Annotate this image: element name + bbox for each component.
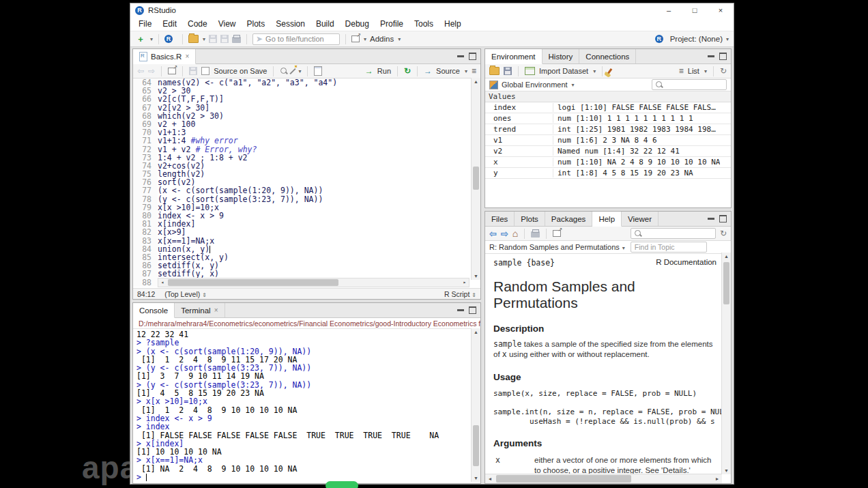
wand-dropdown-icon[interactable]: ▾ [298, 68, 301, 74]
environment-object-row[interactable]: index logi [1:10] FALSE FALSE FALSE FALS… [485, 102, 731, 113]
save-source-icon[interactable] [189, 67, 197, 75]
menu-tools[interactable]: Tools [409, 18, 439, 30]
addins-dropdown-icon[interactable]: ▾ [398, 36, 401, 42]
clear-objects-icon[interactable] [607, 68, 613, 74]
tab-basics-r[interactable]: Basics.R × [133, 49, 196, 64]
filetype-selector[interactable]: R Script ⇕ [444, 290, 476, 298]
menu-code[interactable]: Code [182, 18, 213, 30]
code-line[interactable]: 78(y <- c(sort(sample(3:23, 7)), NA)) [133, 195, 480, 203]
menu-edit[interactable]: Edit [157, 18, 182, 30]
tab-env-connections[interactable]: Connections [579, 49, 636, 63]
maximize-pane-icon[interactable] [469, 53, 476, 60]
popout-icon[interactable] [168, 68, 176, 74]
save-workspace-icon[interactable] [504, 67, 512, 75]
code-line[interactable]: 77(x <- c(sort(sample(1:20, 9)), NA)) [133, 186, 480, 195]
menu-file[interactable]: File [133, 18, 157, 30]
find-in-topic-input[interactable]: Find in Topic [631, 242, 707, 253]
search-icon[interactable] [280, 67, 288, 75]
code-line[interactable]: 87setdiff(y, x) [133, 270, 480, 278]
rerun-icon[interactable]: ↻ [404, 66, 411, 76]
goto-file-box[interactable]: ➤ Go to file/function [252, 33, 340, 45]
tab-close-icon[interactable]: × [185, 53, 189, 60]
menu-session[interactable]: Session [270, 18, 310, 30]
open-dropdown-icon[interactable]: ▾ [203, 36, 205, 42]
new-file-icon[interactable]: + [135, 33, 146, 44]
console-vscrollbar[interactable]: ▲ ▼ [471, 328, 480, 482]
open-folder-icon[interactable] [188, 35, 199, 43]
grid-icon[interactable] [351, 35, 360, 42]
environment-search-box[interactable] [652, 79, 727, 90]
run-button[interactable]: Run [377, 67, 391, 75]
code-line[interactable]: 66v2[c(T,F,F,T)] [133, 95, 480, 103]
import-dropdown-icon[interactable]: ▾ [593, 68, 596, 74]
environment-object-row[interactable]: v1 num [1:6] 2 3 NA 8 4 6 [485, 135, 731, 146]
help-hscrollbar[interactable]: ◂ ▸ [485, 474, 722, 483]
scroll-up-icon[interactable]: ▲ [722, 254, 731, 259]
maximize-pane-icon[interactable] [719, 215, 727, 223]
save-icon[interactable] [209, 35, 217, 43]
print-icon[interactable] [232, 37, 241, 43]
scroll-thumb[interactable] [473, 167, 479, 190]
compile-report-icon[interactable] [314, 66, 322, 76]
outline-icon[interactable]: ≡ [472, 66, 476, 76]
code-line[interactable]: 71v1+1:4 #why error [133, 137, 480, 145]
scroll-down-icon[interactable]: ▼ [472, 274, 480, 278]
scroll-left-icon[interactable]: ◂ [485, 476, 495, 482]
minimize-pane-icon[interactable] [457, 309, 464, 311]
save-all-icon[interactable] [220, 35, 229, 43]
load-workspace-icon[interactable] [489, 67, 500, 75]
scroll-left-icon[interactable]: ◂ [158, 278, 167, 287]
forward-icon[interactable]: ⇨ [501, 229, 508, 239]
source-dropdown-icon[interactable]: ▾ [465, 68, 467, 74]
scroll-right-icon[interactable]: ▸ [461, 278, 469, 287]
tab-console-console[interactable]: Console [133, 303, 175, 318]
maximize-pane-icon[interactable] [469, 306, 476, 314]
tab-help-help[interactable]: Help [592, 212, 622, 227]
forward-icon[interactable]: ⇨ [148, 66, 155, 76]
tab-env-environment[interactable]: Environment [485, 49, 542, 64]
popout-icon[interactable] [553, 230, 561, 237]
menu-debug[interactable]: Debug [340, 18, 375, 30]
scroll-down-icon[interactable]: ▼ [472, 476, 480, 480]
close-button[interactable]: × [708, 3, 734, 17]
scope-dropdown[interactable]: Global Environment [502, 81, 568, 89]
menu-help[interactable]: Help [439, 18, 467, 30]
scroll-thumb[interactable] [723, 262, 729, 304]
tab-help-plots[interactable]: Plots [515, 212, 545, 226]
maximize-pane-icon[interactable] [719, 53, 727, 60]
print-icon[interactable] [531, 231, 540, 238]
editor-hscrollbar[interactable]: ◂ ▸ [158, 278, 469, 287]
topic-dropdown[interactable]: R: Random Samples and Permutations ▾ [489, 243, 625, 251]
menu-build[interactable]: Build [310, 18, 340, 30]
console-output[interactable]: 12 22 32 41> ?sample> (x <- c(sort(sampl… [133, 329, 480, 481]
scroll-down-icon[interactable]: ▼ [722, 468, 731, 473]
help-vscrollbar[interactable]: ▲ ▼ [721, 253, 731, 474]
scroll-up-icon[interactable]: ▲ [472, 79, 480, 84]
environment-object-row[interactable]: ones num [1:10] 1 1 1 1 1 1 1 1 1 1 [485, 113, 731, 124]
addins-label[interactable]: Addins [370, 35, 394, 43]
import-dataset-button[interactable]: Import Dataset [539, 67, 588, 75]
new-project-icon[interactable]: R [164, 35, 173, 43]
refresh-icon[interactable]: ↻ [720, 66, 727, 76]
code-line[interactable]: 83x[x==1]=NA;x [133, 237, 480, 245]
list-dropdown-icon[interactable]: ▾ [704, 68, 707, 74]
list-view-button[interactable]: List [688, 67, 699, 75]
code-line[interactable]: 72v1 + v2 # Error, why? [133, 145, 480, 154]
scope-dropdown-icon[interactable]: ▾ [572, 82, 575, 88]
environment-object-row[interactable]: trend int [1:25] 1981 1982 1983 1984 198… [485, 124, 731, 135]
scroll-thumb[interactable] [473, 425, 479, 466]
project-menu[interactable]: R Project: (None) ▾ [655, 35, 729, 43]
minimize-button[interactable]: – [656, 3, 682, 17]
new-file-dropdown-icon[interactable]: ▾ [150, 36, 153, 42]
scroll-up-icon[interactable]: ▲ [472, 330, 480, 334]
tab-env-history[interactable]: History [542, 49, 580, 63]
back-icon[interactable]: ⇦ [489, 229, 497, 239]
magic-wand-icon[interactable] [290, 68, 296, 74]
help-search-box[interactable] [631, 228, 716, 239]
tab-close-icon[interactable]: × [214, 306, 218, 314]
menu-plots[interactable]: Plots [242, 18, 271, 30]
menu-profile[interactable]: Profile [375, 18, 409, 30]
refresh-icon[interactable]: ↻ [720, 229, 727, 238]
minimize-pane-icon[interactable] [457, 55, 464, 57]
scope-selector[interactable]: (Top Level) ⇕ [164, 290, 207, 298]
